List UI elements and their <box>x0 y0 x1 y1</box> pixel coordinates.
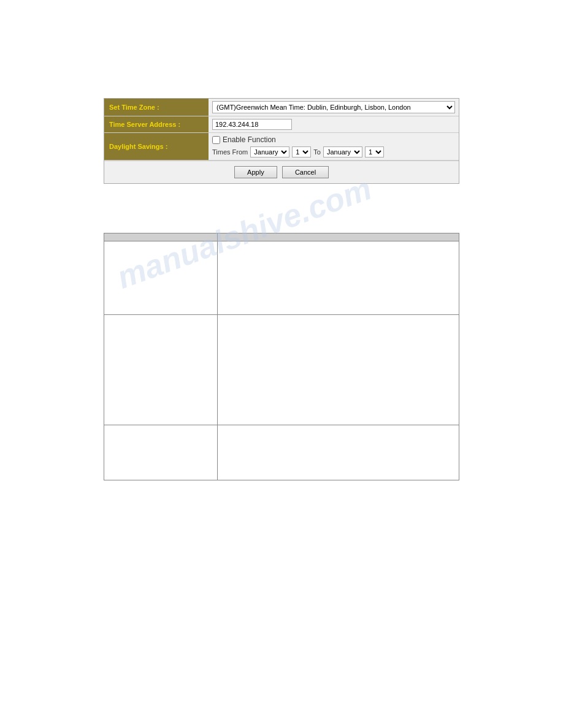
table-row <box>104 315 459 425</box>
col2-header <box>217 233 459 241</box>
timezone-label: Set Time Zone : <box>104 99 209 116</box>
day-from-select[interactable]: 1 <box>292 146 311 157</box>
daylight-label: Daylight Savings : <box>104 133 209 160</box>
server-row: Time Server Address : <box>104 116 459 133</box>
times-from-label: Times From <box>212 148 248 156</box>
server-label: Time Server Address : <box>104 116 209 132</box>
data-table <box>104 233 459 480</box>
enable-label: Enable Function <box>223 135 276 144</box>
table-header-row <box>104 233 459 241</box>
enable-row: Enable Function <box>212 135 455 144</box>
day-to-select[interactable]: 1 <box>365 146 384 157</box>
daylight-row: Daylight Savings : Enable Function Times… <box>104 133 459 161</box>
daylight-value-cell: Enable Function Times From January 1 To … <box>209 133 459 160</box>
timezone-row: Set Time Zone : (GMT)Greenwich Mean Time… <box>104 99 459 116</box>
to-label: To <box>313 148 321 156</box>
month-from-select[interactable]: January <box>250 146 289 157</box>
cancel-button[interactable]: Cancel <box>282 166 329 178</box>
timezone-value-cell: (GMT)Greenwich Mean Time: Dublin, Edinbu… <box>209 99 459 116</box>
table-cell-1-1 <box>104 241 218 315</box>
table-cell-2-1 <box>104 315 218 425</box>
col1-header <box>104 233 218 241</box>
enable-checkbox[interactable] <box>212 136 220 144</box>
table-cell-3-2 <box>217 425 459 480</box>
server-value-cell <box>209 116 459 132</box>
settings-panel: Set Time Zone : (GMT)Greenwich Mean Time… <box>104 98 459 184</box>
table-cell-3-1 <box>104 425 218 480</box>
table-cell-2-2 <box>217 315 459 425</box>
timezone-select[interactable]: (GMT)Greenwich Mean Time: Dublin, Edinbu… <box>212 101 455 113</box>
buttons-row: Apply Cancel <box>104 161 459 183</box>
table-row <box>104 425 459 480</box>
table-cell-1-2 <box>217 241 459 315</box>
server-input[interactable] <box>212 119 292 130</box>
table-row <box>104 241 459 315</box>
page-content: Set Time Zone : (GMT)Greenwich Mean Time… <box>0 0 563 480</box>
apply-button[interactable]: Apply <box>234 166 277 178</box>
times-row: Times From January 1 To January 1 <box>212 146 455 157</box>
month-to-select[interactable]: January <box>323 146 362 157</box>
